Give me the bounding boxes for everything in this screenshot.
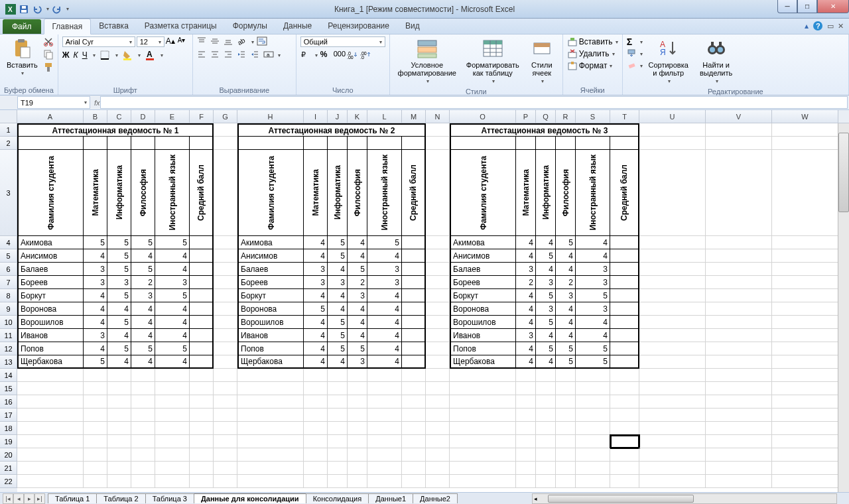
column-header-L[interactable]: L (367, 110, 402, 123)
cell-D16[interactable] (131, 395, 155, 409)
cell-V17[interactable] (706, 409, 772, 422)
cell-T17[interactable] (610, 409, 639, 422)
cell-D18[interactable] (131, 422, 155, 435)
merge-center-icon[interactable]: a (263, 50, 274, 60)
align-right-icon[interactable] (224, 50, 234, 60)
cell-N18[interactable] (426, 422, 450, 435)
cell-P22[interactable] (516, 475, 536, 488)
cell-T14[interactable] (610, 369, 639, 382)
cell-E18[interactable] (155, 422, 190, 435)
cell-W21[interactable] (772, 462, 838, 475)
gap-0-5[interactable] (214, 302, 237, 316)
cell-P15[interactable] (516, 382, 536, 395)
cell-E17[interactable] (155, 409, 190, 422)
first-sheet-icon[interactable]: |◂ (3, 493, 13, 504)
cell-W15[interactable] (772, 382, 838, 395)
cell-A17[interactable] (17, 409, 84, 422)
window-restore-icon[interactable]: ▭ (827, 22, 834, 31)
row-header-11[interactable]: 11 (0, 329, 17, 342)
sheet-tab-4[interactable]: Консолидация (306, 493, 369, 503)
fill-button[interactable]: ▾ (627, 48, 643, 59)
cell-V15[interactable] (706, 382, 772, 395)
cell-S14[interactable] (576, 369, 610, 382)
column-header-P[interactable]: P (516, 110, 536, 123)
gap-1-7[interactable] (426, 329, 450, 342)
cell-B18[interactable] (84, 422, 107, 435)
cell-U1[interactable] (639, 123, 706, 137)
cell-C18[interactable] (107, 422, 131, 435)
cell-S15[interactable] (576, 382, 610, 395)
spreadsheet-grid[interactable]: 12345678910111213141516171819202122 Атте… (0, 123, 849, 492)
cell-K15[interactable] (348, 382, 367, 395)
cell-C21[interactable] (107, 462, 131, 475)
sheet-tab-1[interactable]: Таблица 2 (96, 493, 145, 503)
cell-G21[interactable] (214, 462, 237, 475)
increase-decimal-icon[interactable]: ,0,00 (347, 50, 358, 60)
sheet-tab-2[interactable]: Таблица 3 (145, 493, 194, 503)
vertical-scrollbar[interactable] (838, 123, 849, 492)
cell-T15[interactable] (610, 382, 639, 395)
cell-F22[interactable] (190, 475, 214, 488)
cell-S16[interactable] (576, 395, 610, 409)
cell-C16[interactable] (107, 395, 131, 409)
wrap-text-icon[interactable] (257, 36, 267, 47)
cell-P14[interactable] (516, 369, 536, 382)
cell-U7[interactable] (639, 276, 706, 289)
cell-N22[interactable] (426, 475, 450, 488)
sheet-tab-6[interactable]: Данные2 (413, 493, 458, 503)
cell-N15[interactable] (426, 382, 450, 395)
cell-B21[interactable] (84, 462, 107, 475)
cell-U22[interactable] (639, 475, 706, 488)
cell-O21[interactable] (450, 462, 516, 475)
cell-J22[interactable] (328, 475, 348, 488)
cell-U16[interactable] (639, 395, 706, 409)
sheet-tab-5[interactable]: Данные1 (368, 493, 413, 503)
cell-R22[interactable] (556, 475, 576, 488)
prev-sheet-icon[interactable]: ◂ (13, 493, 24, 504)
cell-U9[interactable] (639, 302, 706, 316)
clear-button[interactable]: ▾ (627, 60, 643, 71)
cell-Q15[interactable] (536, 382, 556, 395)
cell-A14[interactable] (17, 369, 84, 382)
accounting-icon[interactable]: ₽ (300, 50, 311, 60)
comma-icon[interactable]: 000 (334, 50, 344, 60)
cell-L14[interactable] (367, 369, 402, 382)
cell-V22[interactable] (706, 475, 772, 488)
ribbon-tab-Разметка страницы[interactable]: Разметка страницы (137, 19, 225, 34)
cell-D2[interactable] (131, 137, 155, 150)
column-header-B[interactable]: B (84, 110, 107, 123)
undo-icon[interactable] (32, 4, 42, 15)
cell-U4[interactable] (639, 236, 706, 249)
cell-M21[interactable] (402, 462, 426, 475)
cell-G1[interactable] (214, 123, 237, 137)
cell-B17[interactable] (84, 409, 107, 422)
cell-U20[interactable] (639, 448, 706, 462)
cell-S17[interactable] (576, 409, 610, 422)
cell-S19[interactable] (576, 435, 610, 448)
cell-W6[interactable] (772, 263, 838, 276)
column-header-K[interactable]: K (348, 110, 367, 123)
row-header-10[interactable]: 10 (0, 316, 17, 329)
cell-F21[interactable] (190, 462, 214, 475)
cell-D19[interactable] (131, 435, 155, 448)
next-sheet-icon[interactable]: ▸ (24, 493, 34, 504)
qat-customize-icon[interactable]: ▾ (65, 6, 69, 12)
font-name-combo[interactable]: Arial Cyr▾ (62, 36, 135, 47)
cell-V12[interactable] (706, 342, 772, 355)
cell-Q18[interactable] (536, 422, 556, 435)
cell-O20[interactable] (450, 448, 516, 462)
cell-T21[interactable] (610, 462, 639, 475)
row-header-14[interactable]: 14 (0, 369, 17, 382)
help-icon[interactable]: ? (813, 21, 823, 31)
ribbon-tab-Формулы[interactable]: Формулы (225, 19, 275, 34)
ribbon-tab-Вид[interactable]: Вид (397, 19, 428, 34)
cell-K16[interactable] (348, 395, 367, 409)
cell-U8[interactable] (639, 289, 706, 302)
cell-W3[interactable] (772, 150, 838, 236)
cell-N14[interactable] (426, 369, 450, 382)
find-select-button[interactable]: Найти и выделить▾ (694, 36, 738, 86)
font-size-combo[interactable]: 12▾ (137, 36, 164, 47)
gap-0-1[interactable] (214, 249, 237, 263)
row-header-18[interactable]: 18 (0, 422, 17, 435)
cell-V20[interactable] (706, 448, 772, 462)
